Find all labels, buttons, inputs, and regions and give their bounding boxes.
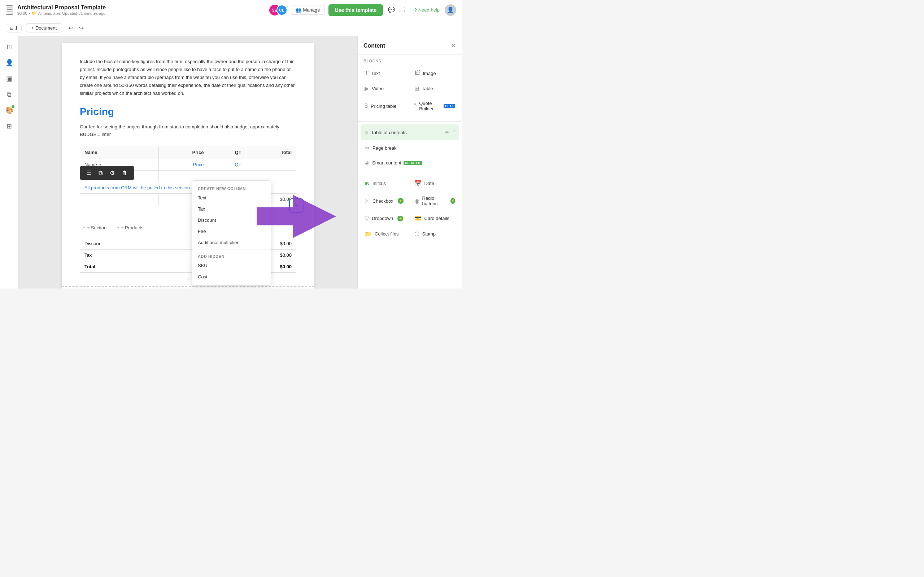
sidebar-icon-embed[interactable]: ⧉ xyxy=(3,88,16,101)
add-document-button[interactable]: + Document xyxy=(26,23,62,32)
user-avatar[interactable]: 👤 xyxy=(445,4,456,16)
header-sep: • xyxy=(29,11,30,16)
block-table[interactable]: ⊞ Table xyxy=(410,81,459,96)
table-delete-button[interactable]: 🗑 xyxy=(119,168,131,178)
table-toolbar: ☰ ⧉ ⚙ 🗑 xyxy=(80,166,134,180)
block-checkbox[interactable]: ☑ Checkbox ⚡ xyxy=(360,192,410,210)
toc-content: ≡ Table of contents xyxy=(365,129,407,135)
image-icon: 🖼 xyxy=(414,70,420,76)
dropdown-icon: ▽ xyxy=(365,215,369,222)
avatars-group: SE CL xyxy=(269,5,287,16)
block-collect-files[interactable]: 📁 Collect files xyxy=(360,226,410,241)
palette-badge xyxy=(11,105,15,108)
add-section-button[interactable]: + + Section xyxy=(80,224,109,232)
col-total: Total xyxy=(246,146,296,159)
row1-qty[interactable]: QT xyxy=(208,159,246,171)
col-name: Name xyxy=(80,146,159,159)
help-button[interactable]: ? Need help xyxy=(412,6,441,14)
checkbox-lightning-badge: ⚡ xyxy=(398,198,404,204)
checkbox-icon: ☑ xyxy=(365,198,370,205)
pdf-break-dots: ............ xyxy=(65,288,76,288)
sidebar-divider-2 xyxy=(358,173,462,173)
block-toc[interactable]: ≡ Table of contents ✏ › xyxy=(360,124,459,140)
block-initials[interactable]: IN Initials xyxy=(360,176,410,191)
block-collect-label: Collect files xyxy=(375,231,399,237)
right-sidebar: Content ✕ BLOCKS T Text 🖼 Image ▶ Video xyxy=(357,36,462,288)
block-card-details[interactable]: 💳 Card details xyxy=(410,211,459,226)
toc-label: Table of contents xyxy=(371,130,406,135)
pages-icon: ⊡ xyxy=(10,26,13,31)
products-plus-icon: + xyxy=(116,225,120,230)
more-options-button[interactable]: ⋮ xyxy=(400,5,409,15)
block-page-break[interactable]: ✂ Page break xyxy=(360,141,459,155)
manage-button[interactable]: 👥 Manage xyxy=(291,5,325,15)
document-area: Include the bios of some key figures fro… xyxy=(19,36,357,288)
block-quote-builder[interactable]: " Quote Builder BETA xyxy=(410,97,459,115)
sidebar-icon-palette[interactable]: 🎨 xyxy=(3,104,16,117)
text-icon: T xyxy=(365,70,368,76)
total-empty xyxy=(80,193,159,205)
avatar-cl[interactable]: CL xyxy=(276,5,287,16)
header-folder: All templates xyxy=(38,11,61,16)
purple-arrow-svg xyxy=(257,195,336,238)
row1-price[interactable]: Price xyxy=(158,159,208,171)
table-copy-button[interactable]: ⧉ xyxy=(96,168,105,178)
block-quote-label: Quote Builder xyxy=(419,101,439,111)
dropdown-item-cost[interactable]: Cost xyxy=(192,271,271,282)
add-below-button[interactable]: + xyxy=(186,276,190,283)
toc-actions: ✏ › xyxy=(444,128,455,137)
sidebar-icon-contacts[interactable]: 👤 xyxy=(3,56,16,69)
block-date-label: Date xyxy=(425,181,434,186)
header: ☰ Architectural Proposal Template $0.00 … xyxy=(0,0,462,20)
manage-people-icon: 👥 xyxy=(296,7,301,13)
add-products-button[interactable]: + + Products xyxy=(114,224,146,232)
header-subtitle: $0.00 • 📁 All templates Updated 31 minut… xyxy=(17,11,265,16)
pages-button[interactable]: ⊡ 1 xyxy=(6,24,22,32)
block-table-label: Table xyxy=(422,86,433,91)
pages-count: 1 xyxy=(15,26,18,31)
block-pricing-label: Pricing table xyxy=(371,103,397,109)
block-video[interactable]: ▶ Video xyxy=(360,81,410,96)
table-settings-button[interactable]: ⚙ xyxy=(107,168,118,178)
sidebar-icon-pages[interactable]: ⊡ xyxy=(3,40,16,53)
undo-button[interactable]: ↩ xyxy=(66,23,76,33)
table-align-button[interactable]: ☰ xyxy=(83,168,94,178)
left-sidebar: ⊡ 👤 ▣ ⧉ 🎨 ⊞ xyxy=(0,36,19,288)
block-dropdown[interactable]: ▽ Dropdown ⚡ xyxy=(360,211,410,226)
dropdown-lightning-badge: ⚡ xyxy=(397,216,403,221)
pricing-heading[interactable]: Pricing xyxy=(80,106,296,118)
block-image[interactable]: 🖼 Image xyxy=(410,66,459,81)
block-pricing-table[interactable]: $ Pricing table xyxy=(360,97,410,115)
folder-icon: 📁 xyxy=(31,11,36,16)
question-icon: ? xyxy=(414,7,417,13)
block-image-label: Image xyxy=(423,71,436,76)
header-updated: Updated 31 minutes ago xyxy=(62,11,105,16)
chat-button[interactable]: 💬 xyxy=(386,5,397,15)
card-details-icon: 💳 xyxy=(414,215,422,222)
block-stamp[interactable]: ⬡ Stamp xyxy=(410,226,459,241)
blocks-grid-2: IN Initials 📅 Date ☑ Checkbox ⚡ ◉ Radio … xyxy=(358,176,462,244)
dropdown-item-sku[interactable]: SKU xyxy=(192,260,271,271)
help-label: Need help xyxy=(418,7,439,13)
sidebar-icon-media[interactable]: ▣ xyxy=(3,72,16,85)
block-date[interactable]: 📅 Date xyxy=(410,176,459,191)
blocks-label: BLOCKS xyxy=(358,55,462,66)
sidebar-icon-grid[interactable]: ⊞ xyxy=(3,120,16,133)
pdf-page-break: ............ PDF page break xyxy=(62,286,314,288)
use-template-button[interactable]: Use this template xyxy=(328,4,383,16)
row1-total xyxy=(246,159,296,171)
block-radio-buttons[interactable]: ◉ Radio buttons ⚡ xyxy=(410,192,459,210)
dropdown-section-hidden: ADD HIDDEN xyxy=(192,251,271,260)
toc-edit-icon[interactable]: ✏ xyxy=(444,128,451,137)
undo-redo-group: ↩ ↪ xyxy=(66,23,86,33)
block-smart-content[interactable]: ◈ Smart content UPDATED xyxy=(360,156,459,170)
block-text[interactable]: T Text xyxy=(360,66,410,81)
block-initials-label: Initials xyxy=(373,181,386,186)
toc-expand-icon[interactable]: › xyxy=(453,128,455,137)
block-dropdown-label: Dropdown xyxy=(372,216,393,221)
page-break-icon: ✂ xyxy=(365,145,370,152)
close-sidebar-button[interactable]: ✕ xyxy=(451,42,456,50)
body-text: Include the bios of some key figures fro… xyxy=(80,58,296,97)
menu-button[interactable]: ☰ xyxy=(6,5,13,15)
redo-button[interactable]: ↪ xyxy=(77,23,86,33)
